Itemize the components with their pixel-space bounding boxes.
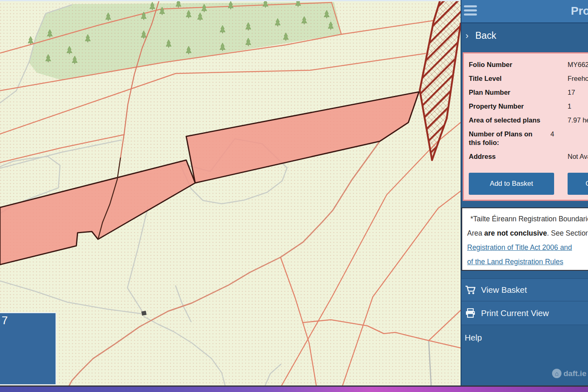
view-basket-label: View Basket [481,285,527,295]
help-button[interactable]: Help [461,325,588,350]
plan-number-label: Plan Number [469,88,568,97]
help-label: Help [465,333,482,343]
chevron-right-icon: › [466,31,468,41]
title-level-value: Freehold [568,74,588,83]
bottom-gradient-bar [0,387,588,392]
back-label: Back [475,30,496,41]
back-button[interactable]: › Back [461,24,588,49]
folio-details-panel: Folio Number MY662 Title Level Freehold … [463,52,588,201]
title-level-label: Title Level [469,74,568,83]
add-to-basket-button[interactable]: Add to Basket [469,173,554,195]
daft-watermark: ⌂ daft.ie [552,369,586,378]
disclaimer-panel: *Tailte Éireann Registration Boundaries … [461,207,588,271]
address-label: Address [469,152,568,161]
map-info-badge-text: 7 [2,314,8,327]
cart-icon [465,285,476,295]
folio-row: Title Level Freehold [469,74,588,83]
folio-row: Area of selected plans 7.97 hectares [469,116,588,125]
view-basket-button[interactable]: View Basket [461,278,588,301]
folio-buttons: Add to Basket Copy Folio [469,173,588,195]
folio-number-label: Folio Number [469,60,568,69]
property-number-value: 1 [568,102,571,111]
map-info-badge[interactable]: 7 [0,312,56,385]
folio-number-value: MY662 [568,60,588,69]
daft-watermark-text: daft.ie [564,369,586,378]
folio-row: Plan Number 17 [469,88,588,97]
sidebar: Property › Back Folio Number MY662 Title… [461,0,588,387]
print-current-view-button[interactable]: Print Current View [461,301,588,325]
map-top-strip [0,0,461,1]
hamburger-icon[interactable] [464,5,477,18]
plans-count-value: 4 [550,130,554,147]
sidebar-title: Property [571,4,588,18]
folio-row: Address Not Available [469,152,588,161]
order-copy-folio-button[interactable]: Copy Folio [568,173,588,195]
property-number-label: Property Number [469,102,568,111]
map-canvas [0,0,461,387]
address-value: Not Available [568,152,588,161]
plans-count-label: Number of Plans on this folio: [469,130,550,147]
land-registry-map[interactable]: 7 [0,0,461,387]
printer-icon [465,308,476,318]
print-current-view-label: Print Current View [481,308,549,318]
land-registration-rules-link[interactable]: of the Land Registration Rules [467,255,588,269]
folio-row: Property Number 1 [469,102,588,111]
area-label: Area of selected plans [469,116,568,125]
disclaimer-line-1: *Tailte Éireann Registration Boundaries … [467,212,588,226]
building [141,311,147,316]
sidebar-header: Property [461,0,588,23]
plan-number-value: 17 [568,88,575,97]
house-icon: ⌂ [552,369,561,378]
folio-row: Folio Number MY662 [469,60,588,69]
landdirect-map-viewer: { "header": { "title": "Property", "menu… [0,0,588,392]
area-value: 7.97 hectares [568,116,588,125]
disclaimer-line-2: Area are not conclusive. See Section [467,226,588,241]
title-act-link[interactable]: Registration of Title Act 2006 and [467,241,588,255]
folio-row: Number of Plans on this folio: 4 [469,130,588,147]
